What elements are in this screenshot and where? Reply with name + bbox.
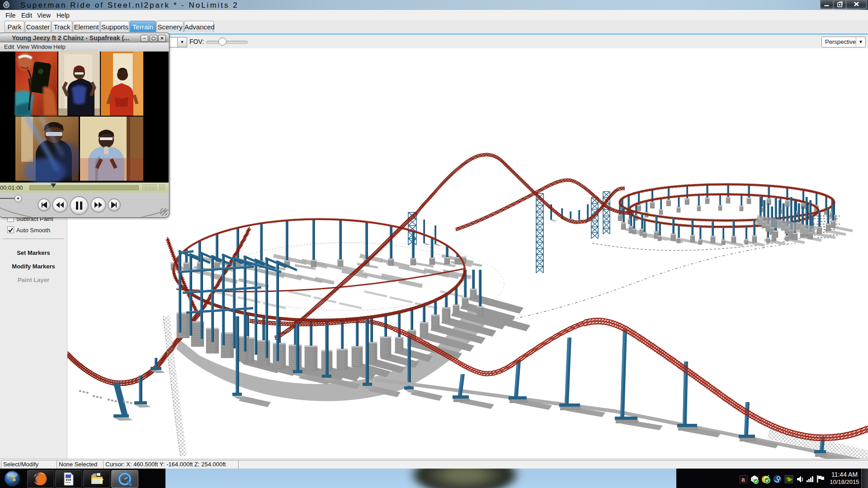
svg-text:a: a	[741, 476, 745, 483]
